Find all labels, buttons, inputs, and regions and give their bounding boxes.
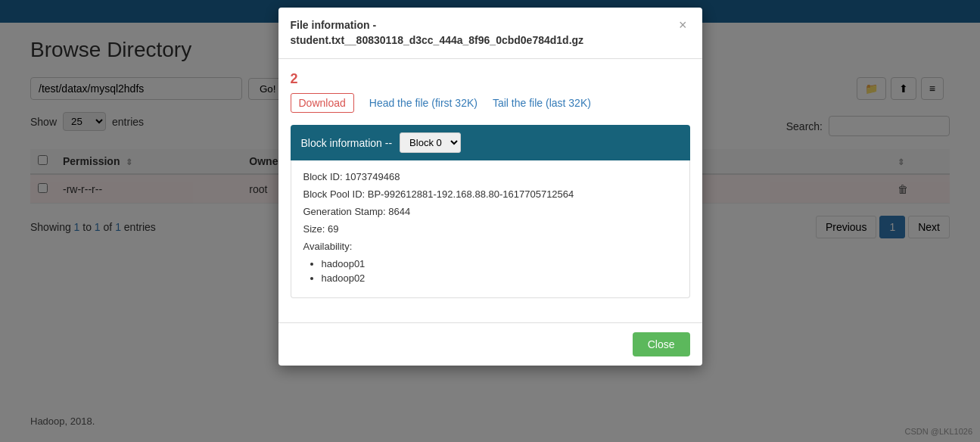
generation-stamp-row: Generation Stamp: 8644 [303,206,677,217]
modal-overlay: File information - student.txt__80830118… [0,0,980,442]
block-pool-row: Block Pool ID: BP-992612881-192.168.88.8… [303,188,677,200]
head-file-link[interactable]: Head the file (first 32K) [369,97,478,109]
modal-close-button[interactable]: × [676,18,690,32]
tail-file-link[interactable]: Tail the file (last 32K) [493,97,591,109]
availability-label: Availability: [303,241,677,252]
modal-header: File information - student.txt__80830118… [278,8,702,59]
availability-node-2: hadoop02 [322,272,677,284]
availability-node-1: hadoop01 [322,258,677,269]
block-id-row: Block ID: 1073749468 [303,171,677,182]
close-button[interactable]: Close [633,332,690,356]
block-info-section: Block information -- Block 0 Block 1 Blo… [291,125,690,298]
modal-links: Download Head the file (first 32K) Tail … [291,93,690,113]
availability-list: hadoop01 hadoop02 [303,258,677,284]
block-info-header: Block information -- Block 0 Block 1 [291,125,690,160]
size-row: Size: 69 [303,223,677,235]
file-info-modal: File information - student.txt__80830118… [278,8,702,366]
block-info-body: Block ID: 1073749468 Block Pool ID: BP-9… [291,160,690,298]
annotation-number-2: 2 [291,71,690,87]
modal-footer: Close [278,322,702,366]
block-section-label: Block information -- [301,137,393,149]
block-select[interactable]: Block 0 Block 1 [400,132,461,153]
modal-title: File information - student.txt__80830118… [291,18,584,48]
modal-body: 2 Download Head the file (first 32K) Tai… [278,59,702,322]
download-button[interactable]: Download [291,93,354,113]
